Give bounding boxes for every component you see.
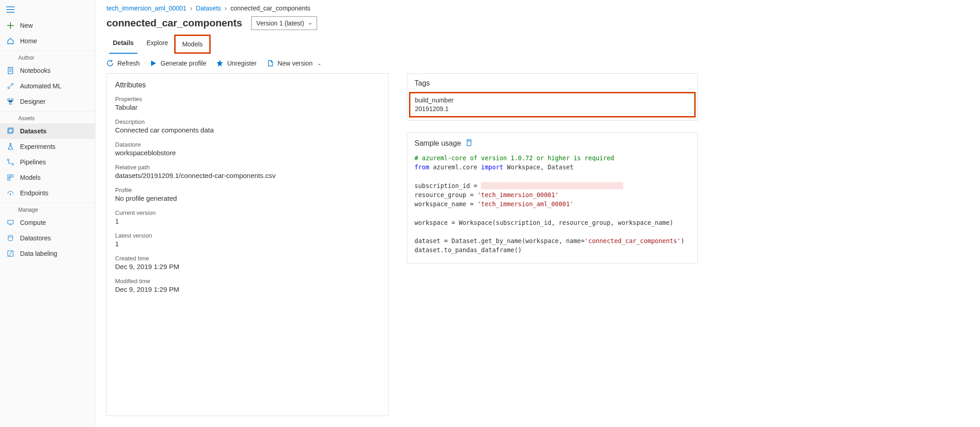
sidebar-item-datasets[interactable]: Datasets	[0, 123, 95, 139]
sidebar-section-author: Author	[0, 51, 95, 63]
designer-icon	[6, 97, 15, 106]
sidebar-item-label: Pipelines	[20, 158, 46, 166]
code-text: subscription_id =	[414, 182, 481, 189]
svg-point-9	[12, 163, 14, 165]
models-icon	[6, 173, 15, 182]
generate-profile-label: Generate profile	[161, 60, 206, 67]
breadcrumb: tech_immersion_aml_00001 › Datasets › co…	[96, 0, 980, 15]
sidebar-item-datalabeling[interactable]: Data labeling	[0, 246, 95, 261]
sidebar-item-label: Notebooks	[20, 67, 51, 74]
tab-explore[interactable]: Explore	[140, 35, 174, 54]
sidebar-item-models[interactable]: Models	[0, 170, 95, 185]
attr-value: Connected car components data	[115, 126, 380, 134]
play-icon	[150, 60, 157, 67]
datastore-icon	[6, 234, 15, 242]
code-keyword: import	[481, 163, 503, 171]
sidebar-item-label: Automated ML	[20, 82, 61, 90]
code-text: workspace_name =	[414, 200, 477, 208]
sidebar-item-datastores[interactable]: Datastores	[0, 230, 95, 246]
breadcrumb-link-workspace[interactable]: tech_immersion_aml_00001	[106, 5, 187, 12]
attr-value: Dec 9, 2019 1:29 PM	[115, 285, 380, 293]
sidebar-item-compute[interactable]: Compute	[0, 215, 95, 230]
sidebar-new-button[interactable]: New	[0, 18, 95, 33]
code-text: Workspace, Dataset	[507, 163, 573, 171]
attr-label: Relative path	[115, 164, 380, 171]
sidebar-item-designer[interactable]: Designer	[0, 94, 95, 109]
sidebar-item-label: Datasets	[20, 127, 46, 135]
tab-models[interactable]: Models	[174, 35, 210, 54]
hamburger-menu-button[interactable]	[0, 3, 95, 18]
breadcrumb-link-datasets[interactable]: Datasets	[196, 5, 221, 12]
attr-profile: Profile No profile generated	[115, 187, 380, 202]
sidebar-item-experiments[interactable]: Experiments	[0, 139, 95, 154]
svg-rect-5	[10, 102, 11, 104]
code-keyword: from	[414, 163, 429, 171]
refresh-button[interactable]: Refresh	[106, 60, 140, 67]
flask-icon	[6, 142, 15, 151]
attr-current-version: Current version 1	[115, 209, 380, 225]
labeling-icon	[6, 249, 15, 258]
attr-label: Datastore	[115, 141, 380, 148]
svg-rect-3	[8, 99, 10, 101]
sidebar-item-endpoints[interactable]: Endpoints	[0, 185, 95, 201]
tab-details[interactable]: Details	[106, 35, 140, 54]
sidebar: New Home Author Notebooks Automated ML D…	[0, 0, 96, 427]
sidebar-item-label: Models	[20, 174, 40, 181]
tabs: Details Explore Models	[96, 35, 980, 54]
sidebar-item-label: Data labeling	[20, 250, 57, 257]
sidebar-section-manage: Manage	[0, 203, 95, 215]
code-text: )	[681, 237, 684, 244]
sidebar-item-pipelines[interactable]: Pipelines	[0, 154, 95, 170]
attr-latest-version: Latest version 1	[115, 232, 380, 248]
attr-label: Description	[115, 118, 380, 125]
copy-icon[interactable]	[465, 139, 472, 148]
attr-value: datasets/20191209.1/connected-car-compon…	[115, 172, 380, 179]
sidebar-home[interactable]: Home	[0, 33, 95, 49]
code-text: dataset.to_pandas_dataframe()	[414, 246, 522, 254]
endpoints-icon	[6, 189, 15, 197]
attr-value: 1	[115, 240, 380, 248]
generate-profile-button[interactable]: Generate profile	[150, 60, 206, 67]
title-row: connected_car_components Version 1 (late…	[96, 15, 980, 35]
compute-icon	[6, 219, 15, 227]
new-version-label: New version	[278, 60, 313, 67]
tags-panel: Tags build_number 20191209.1	[407, 73, 698, 121]
attr-description: Description Connected car components dat…	[115, 118, 380, 134]
unregister-button[interactable]: Unregister	[216, 60, 257, 67]
svg-point-15	[8, 235, 13, 237]
version-selected-label: Version 1 (latest)	[256, 20, 304, 27]
sidebar-item-label: Datastores	[20, 234, 51, 242]
sidebar-item-notebooks[interactable]: Notebooks	[0, 63, 95, 78]
sidebar-item-automl[interactable]: Automated ML	[0, 78, 95, 94]
chevron-down-icon: ⌄	[317, 60, 322, 66]
page-title: connected_car_components	[106, 17, 242, 29]
attr-label: Latest version	[115, 232, 380, 239]
sample-usage-label: Sample usage	[414, 139, 461, 147]
refresh-label: Refresh	[117, 60, 140, 67]
code-comment: # azureml-core of version 1.0.72 or high…	[414, 154, 614, 162]
version-dropdown[interactable]: Version 1 (latest)	[251, 16, 317, 30]
new-version-button[interactable]: New version ⌄	[267, 60, 322, 67]
new-version-icon	[267, 60, 274, 67]
attr-value: Dec 9, 2019 1:29 PM	[115, 263, 380, 270]
attr-label: Modified time	[115, 278, 380, 285]
sample-code-block[interactable]: # azureml-core of version 1.0.72 or high…	[414, 153, 690, 255]
sidebar-item-label: Compute	[20, 219, 46, 226]
code-string: 'connected_car_components'	[585, 237, 681, 244]
attributes-panel: Attributes Properties Tabular Descriptio…	[106, 73, 389, 416]
refresh-icon	[106, 60, 114, 67]
attr-value: workspaceblobstore	[115, 149, 380, 157]
svg-rect-12	[8, 178, 10, 180]
automl-icon	[6, 82, 15, 90]
svg-point-13	[10, 194, 11, 195]
chevron-right-icon: ›	[225, 5, 227, 12]
sidebar-section-assets: Assets	[0, 111, 95, 123]
svg-rect-4	[11, 99, 13, 101]
code-text: dataset = Dataset.get_by_name(workspace,…	[414, 237, 585, 244]
attr-label: Current version	[115, 209, 380, 216]
toolbar: Refresh Generate profile Unregister New …	[96, 54, 980, 73]
attr-datastore: Datastore workspaceblobstore	[115, 141, 380, 157]
attr-value: 1	[115, 217, 380, 225]
attributes-heading: Attributes	[115, 81, 380, 89]
sidebar-item-label: Endpoints	[20, 189, 48, 197]
